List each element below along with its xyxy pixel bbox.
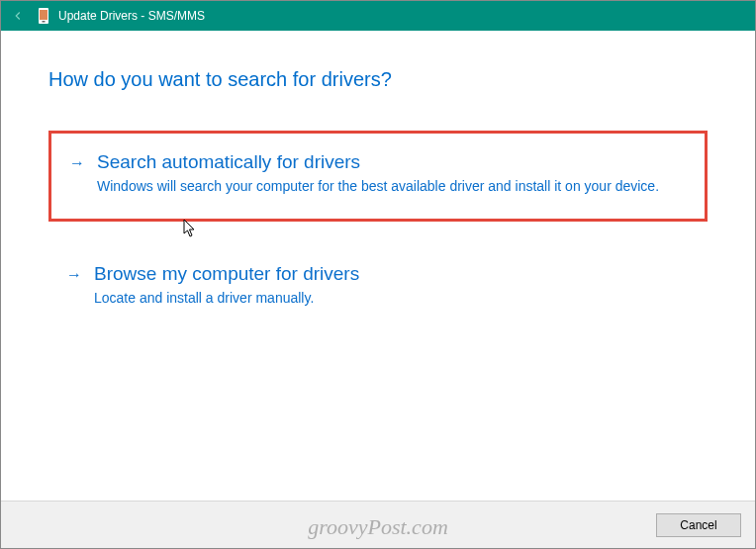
window-title: Update Drivers - SMS/MMS bbox=[58, 9, 205, 23]
option-browse-computer[interactable]: → Browse my computer for drivers Locate … bbox=[48, 245, 708, 330]
cancel-button[interactable]: Cancel bbox=[656, 513, 741, 537]
option-title: Search automatically for drivers bbox=[97, 151, 687, 173]
option-description: Locate and install a driver manually. bbox=[94, 289, 690, 309]
dialog-heading: How do you want to search for drivers? bbox=[48, 68, 708, 91]
arrow-right-icon: → bbox=[69, 155, 87, 171]
option-description: Windows will search your computer for th… bbox=[97, 177, 687, 197]
svg-rect-2 bbox=[43, 21, 46, 23]
device-icon bbox=[37, 7, 50, 25]
svg-rect-1 bbox=[40, 10, 47, 20]
arrow-right-icon: → bbox=[66, 267, 84, 283]
option-search-automatically[interactable]: → Search automatically for drivers Windo… bbox=[48, 131, 708, 222]
option-title: Browse my computer for drivers bbox=[94, 263, 690, 285]
dialog-footer: Cancel bbox=[1, 501, 755, 548]
back-icon[interactable] bbox=[9, 7, 27, 25]
titlebar: Update Drivers - SMS/MMS bbox=[1, 1, 755, 31]
dialog-content: How do you want to search for drivers? →… bbox=[1, 31, 755, 329]
